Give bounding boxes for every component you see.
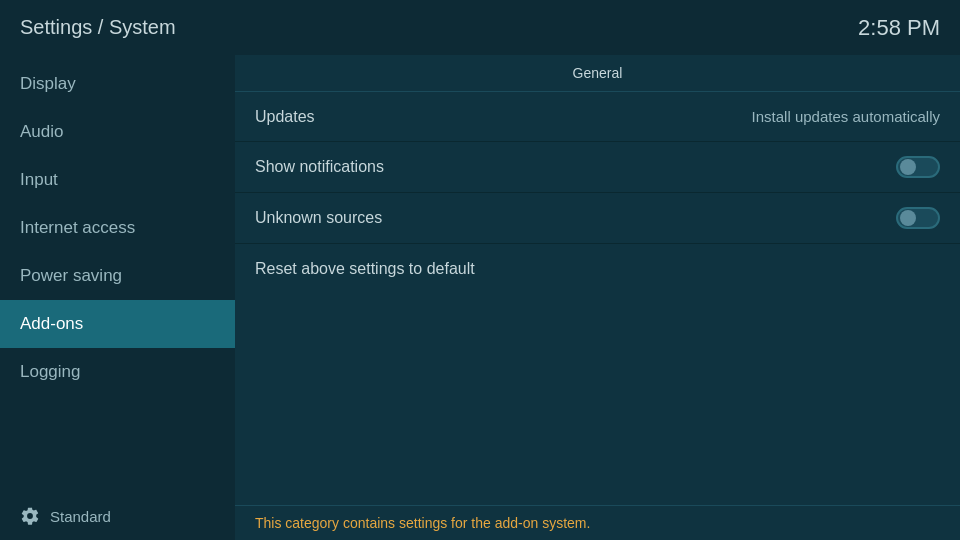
content-area: General UpdatesInstall updates automatic… [235, 55, 960, 540]
toggle-unknown-sources[interactable] [896, 207, 940, 229]
sidebar-footer: Standard [0, 492, 235, 540]
settings-row-updates: UpdatesInstall updates automatically [235, 92, 960, 142]
row-label-show-notifications: Show notifications [255, 158, 384, 176]
sidebar-item-input[interactable]: Input [0, 156, 235, 204]
section-header: General [235, 55, 960, 92]
sidebar: DisplayAudioInputInternet accessPower sa… [0, 55, 235, 540]
row-label-reset-settings: Reset above settings to default [255, 260, 475, 278]
row-label-unknown-sources: Unknown sources [255, 209, 382, 227]
sidebar-item-logging[interactable]: Logging [0, 348, 235, 396]
sidebar-item-power-saving[interactable]: Power saving [0, 252, 235, 300]
clock: 2:58 PM [858, 15, 940, 41]
content-footer: This category contains settings for the … [235, 505, 960, 540]
standard-label: Standard [50, 508, 111, 525]
row-value-updates: Install updates automatically [752, 108, 940, 125]
sidebar-item-audio[interactable]: Audio [0, 108, 235, 156]
page-title: Settings / System [20, 16, 176, 39]
header: Settings / System 2:58 PM [0, 0, 960, 55]
settings-row-show-notifications: Show notifications [235, 142, 960, 193]
gear-icon [20, 506, 40, 526]
main-area: DisplayAudioInputInternet accessPower sa… [0, 55, 960, 540]
footer-description: This category contains settings for the … [255, 515, 590, 531]
app-container: Settings / System 2:58 PM DisplayAudioIn… [0, 0, 960, 540]
sidebar-item-add-ons[interactable]: Add-ons [0, 300, 235, 348]
settings-row-reset-settings[interactable]: Reset above settings to default [235, 244, 960, 294]
toggle-show-notifications[interactable] [896, 156, 940, 178]
settings-panel: General UpdatesInstall updates automatic… [235, 55, 960, 505]
settings-row-unknown-sources: Unknown sources [235, 193, 960, 244]
sidebar-item-display[interactable]: Display [0, 60, 235, 108]
row-label-updates: Updates [255, 108, 315, 126]
sidebar-item-internet-access[interactable]: Internet access [0, 204, 235, 252]
